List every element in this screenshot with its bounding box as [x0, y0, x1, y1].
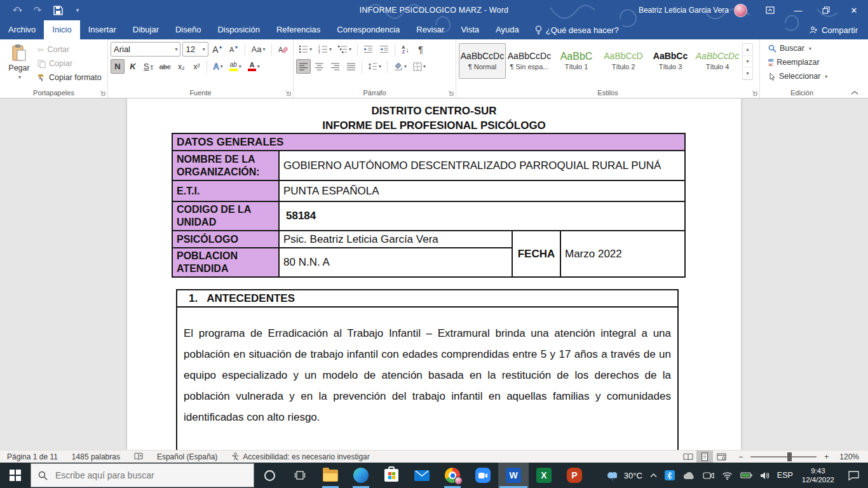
account-avatar[interactable]: [734, 4, 747, 17]
paragraph[interactable]: El programa de Erradicación al Trabajo I…: [184, 323, 671, 428]
network-button[interactable]: [718, 463, 736, 488]
row-value-cell[interactable]: PUNTA ESPAÑOLA: [279, 180, 685, 201]
row-label-cell[interactable]: NOMBRE DE LA ORGANIZACIÓN:: [172, 151, 279, 180]
excel-button[interactable]: X: [529, 463, 559, 488]
text-effects-button[interactable]: A▾: [210, 59, 225, 74]
font-name-combo[interactable]: Arial▾: [111, 42, 180, 57]
tab-archivo[interactable]: Archivo: [0, 20, 44, 39]
onedrive-button[interactable]: [679, 463, 699, 488]
sort-button[interactable]: AZ↓: [398, 42, 412, 57]
font-dialog-launcher-icon[interactable]: [285, 90, 291, 96]
row-label-cell[interactable]: PSICÓLOGO: [172, 231, 279, 248]
input-language-button[interactable]: ESP: [773, 463, 797, 488]
tab-disposicion[interactable]: Disposición: [209, 20, 268, 39]
select-button[interactable]: Seleccionar ▾: [766, 69, 841, 83]
style-titulo-1[interactable]: AaBbCTítulo 1: [553, 43, 600, 79]
cortana-button[interactable]: [254, 463, 285, 488]
underline-button[interactable]: S▾: [141, 59, 156, 74]
font-size-combo[interactable]: 12▾: [182, 42, 208, 57]
multilevel-list-button[interactable]: ▾: [336, 42, 354, 57]
justify-button[interactable]: [344, 59, 358, 74]
line-spacing-button[interactable]: ▾: [365, 59, 384, 74]
row-label-cell[interactable]: E.T.I.: [172, 180, 279, 201]
superscript-button[interactable]: x²: [189, 59, 203, 74]
tab-correspondencia[interactable]: Correspondencia: [329, 20, 408, 39]
page-indicator[interactable]: Página 1 de 11: [0, 451, 65, 463]
zoom-app-button[interactable]: [468, 463, 498, 488]
language-indicator[interactable]: Español (España): [150, 451, 224, 463]
row-value-cell[interactable]: 80 N.N. A: [279, 248, 512, 277]
italic-button[interactable]: K: [126, 59, 140, 74]
antecedentes-body[interactable]: El programa de Erradicación al Trabajo I…: [177, 323, 677, 450]
microsoft-store-button[interactable]: [376, 463, 407, 488]
close-button[interactable]: ✕: [840, 0, 868, 20]
save-icon[interactable]: [50, 2, 66, 18]
zoom-slider[interactable]: [750, 456, 817, 458]
paste-button[interactable]: Pegar ▾: [3, 41, 36, 87]
undo-icon[interactable]: ↶▾: [9, 2, 25, 18]
clock[interactable]: 9:43 12/4/2022: [797, 466, 839, 484]
styles-dialog-launcher-icon[interactable]: [751, 90, 757, 96]
bold-button[interactable]: N: [111, 59, 125, 74]
strikethrough-button[interactable]: abc: [157, 59, 173, 74]
style-normal[interactable]: AaBbCcDc¶ Normal: [459, 43, 506, 79]
zoom-in-button[interactable]: +: [822, 451, 832, 463]
borders-button[interactable]: ▾: [410, 59, 428, 74]
show-marks-button[interactable]: ¶: [414, 42, 428, 57]
replace-button[interactable]: abac Reemplazar: [766, 55, 841, 69]
tab-referencias[interactable]: Referencias: [268, 20, 329, 39]
tab-revisar[interactable]: Revisar: [408, 20, 452, 39]
decrease-indent-button[interactable]: [361, 42, 376, 57]
clipboard-dialog-launcher-icon[interactable]: [99, 90, 105, 96]
row-label-cell[interactable]: POBLACION ATENDIDA: [172, 248, 279, 277]
format-painter-button[interactable]: Copiar formato: [36, 71, 104, 85]
collapse-ribbon-icon[interactable]: [850, 90, 859, 95]
font-color-button[interactable]: A▾: [245, 59, 262, 74]
chrome-button[interactable]: [437, 463, 468, 488]
tab-insertar[interactable]: Insertar: [80, 20, 125, 39]
align-center-button[interactable]: [312, 59, 327, 74]
fecha-value-cell[interactable]: Marzo 2022: [560, 231, 685, 277]
styles-scroll-up-icon[interactable]: ▲: [743, 44, 752, 56]
read-mode-button[interactable]: [680, 451, 696, 463]
grow-font-button[interactable]: A▲: [210, 42, 225, 57]
web-layout-button[interactable]: [713, 451, 729, 463]
tab-diseno[interactable]: Diseño: [167, 20, 209, 39]
task-view-button[interactable]: [285, 463, 315, 488]
styles-gallery-expand-icon[interactable]: ▼: [743, 67, 752, 79]
style-titulo-3[interactable]: AaBbCcTítulo 3: [647, 43, 694, 79]
document-title[interactable]: DISTRITO CENTRO-SUR INFORME DEL PROFESIO…: [127, 104, 741, 133]
style-titulo-2[interactable]: AaBbCcDTítulo 2: [600, 43, 647, 79]
hidden-icons-button[interactable]: [646, 463, 661, 488]
shading-button[interactable]: ▾: [391, 59, 409, 74]
edge-button[interactable]: [346, 463, 376, 488]
meet-now-button[interactable]: [699, 463, 718, 488]
cut-button[interactable]: ✂ Cortar: [36, 43, 104, 57]
mail-button[interactable]: [407, 463, 437, 488]
change-case-button[interactable]: Aa▾: [249, 42, 268, 57]
subscript-button[interactable]: x₂: [174, 59, 188, 74]
customize-qat-icon[interactable]: ▾: [70, 2, 86, 18]
tab-inicio[interactable]: Inicio: [44, 20, 79, 39]
datos-generales-table[interactable]: DATOS GENERALES NOMBRE DE LA ORGANIZACIÓ…: [172, 133, 686, 278]
styles-scroll-down-icon[interactable]: ▼: [743, 56, 752, 68]
ribbon-display-options-icon[interactable]: [756, 0, 784, 20]
print-layout-button[interactable]: [696, 451, 713, 463]
copy-button[interactable]: Copiar: [36, 57, 104, 71]
taskbar-search-input[interactable]: [31, 463, 254, 487]
find-button[interactable]: Buscar ▾: [766, 41, 841, 55]
row-value-cell[interactable]: GOBIERNO AUTÓNOMO DESCENTRALIZADO PARROQ…: [279, 151, 685, 180]
zoom-out-button[interactable]: −: [729, 451, 745, 463]
zoom-slider-thumb[interactable]: [787, 452, 792, 461]
row-value-cell[interactable]: 58184: [279, 201, 685, 231]
share-button[interactable]: Compartir: [799, 20, 868, 39]
fecha-label-cell[interactable]: FECHA: [512, 231, 560, 277]
clear-formatting-button[interactable]: A: [276, 42, 290, 57]
file-explorer-button[interactable]: [315, 463, 346, 488]
bluetooth-button[interactable]: [661, 463, 679, 488]
paragraph-dialog-launcher-icon[interactable]: [447, 90, 454, 96]
antecedentes-section[interactable]: 1. ANTECEDENTES El programa de Erradicac…: [176, 289, 679, 450]
volume-button[interactable]: [756, 463, 773, 488]
word-button[interactable]: W: [498, 463, 529, 488]
account-name[interactable]: Beatriz Leticia Garcia Vera: [639, 6, 729, 15]
